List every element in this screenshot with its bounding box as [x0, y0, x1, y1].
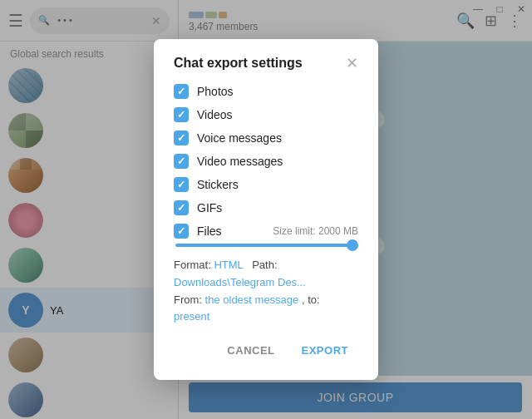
format-line: Format: HTML Path: Downloads\Telegram De…: [174, 257, 358, 292]
path-label: Path:: [252, 259, 277, 271]
files-label: Files: [197, 224, 222, 238]
video-messages-label: Video messages: [197, 155, 283, 168]
modal-title: Chat export settings: [174, 56, 303, 71]
from-label: From:: [174, 293, 202, 306]
gifs-label: GIFs: [197, 201, 222, 214]
export-settings-modal: Chat export settings ✕ ✓ Photos ✓ Videos…: [154, 39, 378, 380]
stickers-checkbox-row: ✓ Stickers: [174, 177, 358, 192]
modal-close-button[interactable]: ✕: [346, 56, 358, 71]
size-limit-label: Size limit: 2000 MB: [273, 225, 358, 237]
checkmark-icon: ✓: [177, 179, 185, 190]
voice-messages-checkbox-row: ✓ Voice messages: [174, 131, 358, 145]
checkmark-icon: ✓: [177, 155, 185, 167]
voice-messages-checkbox[interactable]: ✓: [174, 131, 189, 145]
size-limit-slider[interactable]: [174, 244, 358, 247]
format-label: Format:: [174, 259, 211, 271]
gifs-checkbox-row: ✓ GIFs: [174, 200, 358, 215]
format-value[interactable]: HTML: [214, 259, 243, 271]
files-checkbox[interactable]: ✓: [174, 224, 189, 239]
photos-checkbox[interactable]: ✓: [174, 84, 189, 99]
video-messages-checkbox-row: ✓ Video messages: [174, 154, 358, 169]
slider-track: [175, 244, 357, 247]
checkmark-icon: ✓: [177, 86, 185, 97]
slider-fill: [175, 244, 357, 247]
checkmark-icon: ✓: [177, 109, 185, 121]
modal-actions: CANCEL EXPORT: [174, 338, 358, 363]
voice-messages-label: Voice messages: [197, 131, 282, 145]
checkmark-icon: ✓: [177, 225, 185, 237]
videos-label: Videos: [197, 108, 233, 121]
video-messages-checkbox[interactable]: ✓: [174, 154, 189, 169]
maximize-button[interactable]: □: [489, 0, 510, 18]
to-value[interactable]: present: [174, 310, 209, 323]
export-button[interactable]: EXPORT: [292, 338, 358, 363]
checkmark-icon: ✓: [177, 132, 185, 144]
photos-checkbox-row: ✓ Photos: [174, 84, 358, 99]
from-line: From: the oldest message , to: present: [174, 292, 358, 327]
videos-checkbox[interactable]: ✓: [174, 107, 189, 122]
to-label: , to:: [302, 293, 320, 306]
files-checkbox-row: ✓ Files Size limit: 2000 MB: [174, 224, 358, 239]
stickers-checkbox[interactable]: ✓: [174, 177, 189, 192]
titlebar: — □ ✕: [467, 0, 532, 18]
gifs-checkbox[interactable]: ✓: [174, 200, 189, 215]
modal-info: Format: HTML Path: Downloads\Telegram De…: [174, 257, 358, 326]
modal-header: Chat export settings ✕: [174, 56, 358, 71]
from-value[interactable]: the oldest message: [205, 293, 299, 306]
photos-label: Photos: [197, 85, 234, 98]
close-button[interactable]: ✕: [510, 0, 532, 18]
modal-overlay[interactable]: Chat export settings ✕ ✓ Photos ✓ Videos…: [0, 0, 532, 419]
path-value[interactable]: Downloads\Telegram Des...: [174, 276, 306, 288]
checkmark-icon: ✓: [177, 202, 185, 214]
videos-checkbox-row: ✓ Videos: [174, 107, 358, 122]
stickers-label: Stickers: [197, 178, 239, 191]
app-container: — □ ✕ ☰ 🔍 • • • ✕ Global search results: [0, 0, 532, 419]
cancel-button[interactable]: CANCEL: [217, 338, 284, 363]
slider-thumb[interactable]: [347, 239, 358, 251]
minimize-button[interactable]: —: [467, 0, 489, 18]
